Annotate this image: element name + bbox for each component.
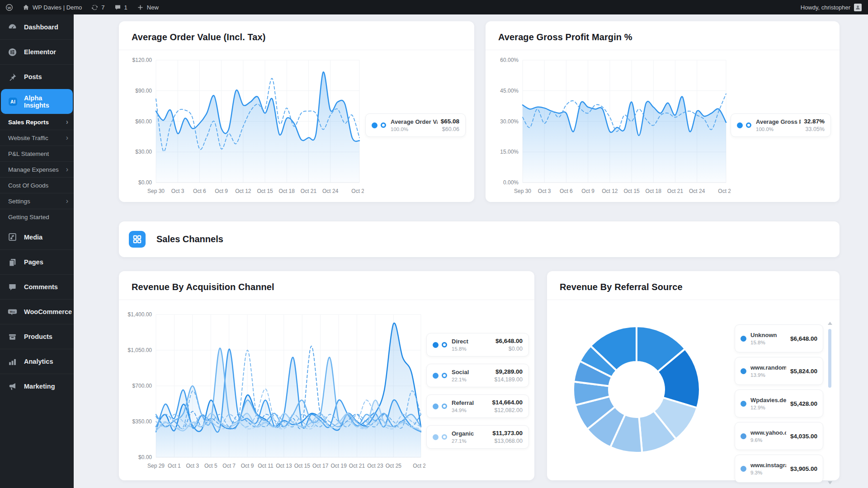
chevron-right-icon: › [66, 166, 68, 173]
svg-text:Oct 23: Oct 23 [367, 463, 383, 469]
svg-text:Sep 29: Sep 29 [147, 463, 165, 469]
svg-text:Oct 13: Oct 13 [276, 463, 292, 469]
sidebar-item-analytics[interactable]: Analytics [0, 349, 74, 374]
sidebar-item-products[interactable]: Products [0, 324, 74, 349]
legend-percent: 100.0% [391, 127, 438, 132]
sidebar-item-comments[interactable]: Comments [0, 274, 74, 299]
legend-previous-value: $13,068.00 [492, 438, 523, 444]
svg-text:Oct 5: Oct 5 [204, 463, 217, 469]
sidebar-item-pages[interactable]: Pages [0, 249, 74, 274]
sidebar-item-alpha-insights[interactable]: AI Alpha Insights [1, 89, 73, 114]
sidebar-subitem-website-traffic[interactable]: Website Traffic › [0, 130, 74, 145]
svg-text:Oct 3: Oct 3 [186, 463, 199, 469]
legend-label: Direct [452, 338, 492, 345]
svg-text:Oct 12: Oct 12 [235, 188, 251, 194]
new-label: New [147, 4, 159, 11]
sidebar-subitem-manage-expenses[interactable]: Manage Expenses › [0, 161, 74, 177]
scroll-down-icon[interactable] [828, 481, 832, 484]
legend-percent: 27.1% [452, 438, 489, 444]
sidebar-subitem-p-l-statement[interactable]: P&L Statement [0, 145, 74, 161]
section-title: Sales Channels [156, 234, 223, 244]
updates-icon [91, 4, 99, 11]
sidebar-item-elementor[interactable]: Elementor [0, 39, 74, 64]
svg-text:$1,400.00: $1,400.00 [128, 311, 152, 318]
referral-legend-unknown[interactable]: Unknown 15.8% $6,648.00 [735, 324, 823, 352]
user-avatar[interactable] [854, 4, 862, 11]
acquisition-legend-social[interactable]: Social 22.1% $9,289.00 $14,189.00 [426, 364, 529, 387]
sidebar-item-marketing[interactable]: Marketing [0, 374, 74, 399]
legend-value: $4,035.00 [790, 433, 817, 440]
referral-legend-www-randomli[interactable]: www.randomli… 13.9% $5,824.00 [735, 357, 823, 385]
svg-text:$350.00: $350.00 [132, 418, 152, 425]
admin-bar: W WP Davies | Demo 7 1 New Howdy, christ… [0, 0, 868, 14]
svg-text:45.00%: 45.00% [500, 88, 519, 94]
legend-current-value: $14,664.00 [492, 399, 523, 406]
scroll-up-icon[interactable] [828, 322, 832, 325]
sidebar-subitem-getting-started[interactable]: Getting Started [0, 209, 74, 225]
referral-legend-www-yahoo-co[interactable]: www.yahoo.co… 9.6% $4,035.00 [735, 422, 823, 450]
acquisition-legend-organic[interactable]: Organic 27.1% $11,373.00 $13,068.00 [426, 425, 529, 449]
gpm-line-chart[interactable]: 0.00%15.00%30.00%45.00%60.00%Sep 30Oct 3… [495, 54, 731, 196]
svg-text:60.00%: 60.00% [500, 57, 519, 63]
legend-previous-value: $14,189.00 [494, 376, 523, 383]
scrollbar-thumb[interactable] [828, 329, 831, 388]
svg-text:Oct 9: Oct 9 [215, 188, 228, 194]
svg-text:Oct 19: Oct 19 [330, 463, 347, 469]
series-ring-icon [442, 404, 447, 409]
legend-current-value: $6,648.00 [495, 338, 523, 344]
sidebar-subitem-sales-reports[interactable]: Sales Reports › [0, 114, 74, 130]
svg-text:0.00%: 0.00% [503, 179, 519, 186]
legend-percent: 15.8% [452, 346, 492, 352]
sidebar-main-menu: Dashboard Elementor Posts AI Alpha Insig… [0, 14, 74, 114]
acquisition-legend-referral[interactable]: Referral 34.9% $14,664.00 $12,082.00 [426, 394, 529, 418]
gpm-legend[interactable]: Average Gross Pro… 100.0% 32.87% 33.05% [731, 113, 831, 137]
site-name-menu[interactable]: WP Davies | Demo [22, 4, 82, 11]
new-content-menu[interactable]: New [137, 4, 159, 11]
pages-icon [8, 258, 17, 267]
comments-menu[interactable]: 1 [114, 4, 127, 11]
wordpress-logo-icon[interactable]: W [5, 4, 13, 11]
divider [119, 50, 474, 50]
series-dot-icon [741, 336, 746, 342]
referral-donut-chart[interactable] [555, 320, 727, 460]
legend-label: www.instagra… [750, 462, 786, 469]
series-ring-icon [381, 122, 386, 128]
legend-scrollbar[interactable] [828, 322, 832, 484]
svg-text:Oct 6: Oct 6 [560, 188, 573, 194]
series-dot-icon [741, 433, 746, 439]
legend-label: www.yahoo.co… [750, 429, 786, 436]
card-gross-profit-margin: Average Gross Profit Margin % 0.00%15.00… [486, 21, 840, 202]
svg-text:Oct 24: Oct 24 [689, 188, 705, 194]
legend-percent: 15.8% [750, 340, 786, 345]
products-icon [8, 332, 17, 342]
legend-label: Referral [452, 399, 489, 406]
sidebar-subitem-settings[interactable]: Settings › [0, 193, 74, 209]
svg-text:Oct 9: Oct 9 [241, 463, 254, 469]
plus-icon [137, 4, 144, 11]
updates-menu[interactable]: 7 [91, 4, 104, 11]
series-dot-icon [741, 368, 746, 374]
legend-percent: 34.9% [452, 408, 489, 413]
sidebar-item-woocommerce[interactable]: Woo WooCommerce [0, 299, 74, 324]
aov-legend[interactable]: Average Order Val… 100.0% $65.08 $60.06 [365, 113, 466, 137]
howdy-text[interactable]: Howdy, christopher [801, 4, 850, 11]
referral-legend-wpdavies-dev[interactable]: Wpdavies.dev 12.9% $5,428.00 [735, 389, 823, 418]
card-revenue-by-referral-source: Revenue By Referral Source Unknown 15.8%… [547, 271, 840, 480]
legend-label: Average Order Val… [391, 118, 438, 125]
sidebar-subitem-cost-of-goods[interactable]: Cost Of Goods [0, 177, 74, 193]
svg-text:Sep 30: Sep 30 [147, 188, 165, 194]
aov-line-chart[interactable]: $0.00$30.00$60.00$90.00$120.00Sep 30Oct … [129, 54, 364, 196]
series-dot-icon [372, 122, 377, 128]
svg-text:Oct 15: Oct 15 [257, 188, 273, 194]
series-dot-icon [741, 401, 746, 407]
acquisition-legend-direct[interactable]: Direct 15.8% $6,648.00 $0.00 [426, 333, 529, 357]
referral-legend-www-instagra[interactable]: www.instagra… 9.3% $3,905.00 [735, 455, 823, 483]
comments-count: 1 [124, 4, 127, 11]
svg-text:Oct 6: Oct 6 [193, 188, 206, 194]
svg-text:Oct 15: Oct 15 [294, 463, 311, 469]
acquisition-line-chart[interactable]: $0.00$350.00$700.00$1,050.00$1,400.00Sep… [127, 308, 425, 471]
sidebar-item-dashboard[interactable]: Dashboard [0, 14, 74, 39]
sidebar-item-posts[interactable]: Posts [0, 64, 74, 89]
elementor-icon [8, 47, 17, 57]
sidebar-item-media[interactable]: Media [0, 225, 74, 249]
